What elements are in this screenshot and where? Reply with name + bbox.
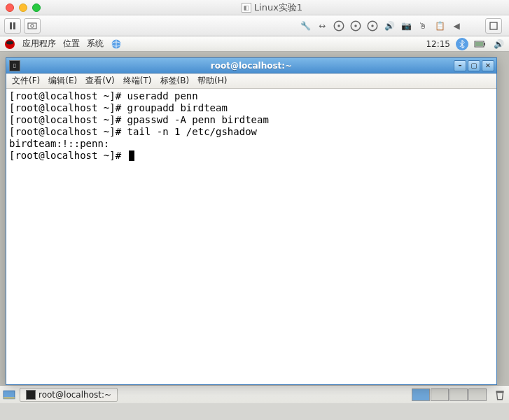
vm-toolbar: 🔧 ↔ 🔊 📷 🖱 📋 ◀: [0, 15, 509, 36]
svg-rect-0: [10, 22, 12, 29]
network-icon[interactable]: ↔: [316, 20, 328, 32]
workspace-3[interactable]: [449, 388, 468, 401]
terminal-titlebar[interactable]: ▯ root@localhost:~ – ▢ ✕: [6, 58, 496, 74]
menu-help[interactable]: 帮助(H): [197, 75, 227, 87]
browser-launcher-icon[interactable]: [111, 38, 122, 50]
close-icon[interactable]: [6, 4, 14, 12]
terminal-task-icon: [26, 390, 36, 400]
terminal-window-controls: – ▢ ✕: [454, 60, 496, 71]
vm-app-icon: ◧: [242, 3, 251, 13]
minimize-icon[interactable]: [19, 4, 27, 12]
svg-rect-10: [490, 22, 497, 29]
redhat-logo-icon[interactable]: [4, 38, 15, 50]
trash-icon[interactable]: [494, 388, 506, 401]
disk1-icon[interactable]: [333, 20, 345, 32]
close-button[interactable]: ✕: [482, 60, 494, 71]
menu-terminal[interactable]: 终端(T): [123, 75, 152, 87]
svg-rect-17: [484, 43, 485, 46]
taskbar-entry-terminal[interactable]: root@localhost:~: [20, 388, 118, 402]
svg-point-7: [354, 24, 356, 27]
svg-point-3: [31, 24, 34, 27]
svg-rect-20: [4, 397, 15, 398]
camera-icon[interactable]: 📷: [400, 20, 412, 32]
bluetooth-icon[interactable]: [456, 38, 468, 50]
menu-system[interactable]: 系统: [87, 38, 104, 50]
battery-icon[interactable]: [474, 38, 487, 50]
disk3-icon[interactable]: [366, 20, 379, 32]
show-desktop-icon[interactable]: [3, 388, 15, 401]
svg-rect-18: [475, 42, 483, 46]
menu-view[interactable]: 查看(V): [85, 75, 115, 87]
minimize-button[interactable]: –: [454, 60, 466, 71]
guest-taskbar: root@localhost:~: [0, 385, 509, 403]
clipboard-icon[interactable]: 📋: [433, 20, 446, 32]
taskbar-entry-label: root@localhost:~: [39, 390, 111, 400]
volume-icon[interactable]: 🔊: [492, 38, 505, 50]
maximize-button[interactable]: ▢: [468, 60, 480, 71]
svg-rect-21: [496, 391, 503, 392]
settings-icon[interactable]: 🔧: [299, 20, 312, 32]
audio-icon[interactable]: 🔊: [383, 20, 396, 32]
workspace-1[interactable]: [412, 388, 430, 401]
terminal-menubar: 文件(F) 编辑(E) 查看(V) 终端(T) 标签(B) 帮助(H): [6, 74, 496, 89]
svg-point-12: [6, 41, 13, 44]
menu-edit[interactable]: 编辑(E): [48, 75, 77, 87]
menu-file[interactable]: 文件(F): [12, 75, 40, 87]
svg-point-9: [371, 24, 373, 27]
menu-places[interactable]: 位置: [63, 38, 80, 50]
svg-rect-2: [28, 23, 36, 29]
terminal-title-text: root@localhost:~: [6, 61, 496, 71]
workspace-2[interactable]: [431, 388, 449, 401]
vm-status-icons: 🔧 ↔ 🔊 📷 🖱 📋 ◀: [299, 18, 505, 34]
cursor: [129, 150, 134, 161]
pause-button[interactable]: [4, 18, 21, 34]
workspace-switcher[interactable]: [412, 388, 487, 401]
fullscreen-button[interactable]: [485, 18, 502, 34]
terminal-title-icon: ▯: [9, 60, 20, 71]
traffic-lights: [6, 4, 41, 12]
guest-desktop: 应用程序 位置 系统 12:15 🔊 ▯ root@localhost:~ – …: [0, 36, 509, 403]
vm-title-text: Linux实验1: [254, 1, 302, 14]
mouse-icon[interactable]: 🖱: [417, 20, 429, 32]
vm-window-titlebar: ◧ Linux实验1: [0, 0, 509, 15]
workspace-4[interactable]: [468, 388, 487, 401]
snapshot-button[interactable]: [24, 18, 41, 34]
terminal-output[interactable]: [root@localhost ~]# useradd penn [root@l…: [6, 89, 496, 384]
disk2-icon[interactable]: [349, 20, 362, 32]
terminal-window: ▯ root@localhost:~ – ▢ ✕ 文件(F) 编辑(E) 查看(…: [6, 57, 497, 385]
system-tray: 12:15 🔊: [426, 38, 505, 50]
menu-applications[interactable]: 应用程序: [22, 38, 56, 50]
svg-point-5: [337, 24, 340, 27]
guest-menubar: 应用程序 位置 系统 12:15 🔊: [0, 36, 509, 52]
menu-tabs[interactable]: 标签(B): [160, 75, 190, 87]
vm-window-title: ◧ Linux实验1: [41, 1, 503, 14]
clock[interactable]: 12:15: [426, 39, 450, 49]
svg-rect-1: [13, 22, 15, 29]
zoom-icon[interactable]: [32, 4, 41, 12]
back-icon[interactable]: ◀: [450, 20, 463, 32]
